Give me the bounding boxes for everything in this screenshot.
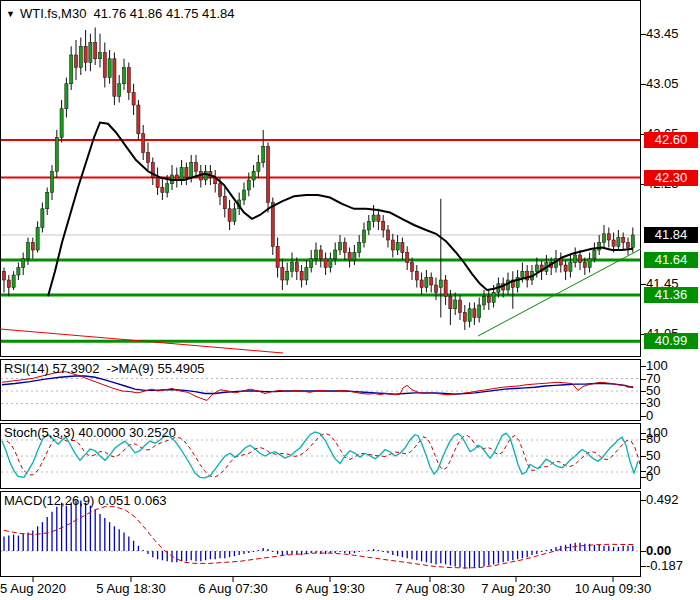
price-axis-label: 0.492 <box>646 492 679 507</box>
axis-tick-mark <box>641 84 646 85</box>
price-badge: 41.36 <box>644 287 698 303</box>
axis-tick-mark <box>641 416 646 417</box>
price-badge: 42.30 <box>644 170 698 186</box>
axis-tick-mark <box>641 566 646 567</box>
macd-indicator-label: MACD(12,26,9) 0.051 0.063 <box>4 493 167 508</box>
stoch-indicator-label: Stoch(5,3,3) 40.0000 30.2520 <box>4 425 176 440</box>
price-axis-label: 43.05 <box>646 76 679 91</box>
chart-title: ▼WTI.fs,M30 41.76 41.86 41.75 41.84 <box>6 6 235 21</box>
price-badge: 40.99 <box>644 333 698 349</box>
symbol-period-label: WTI.fs,M30 <box>20 6 86 21</box>
ohlc-quote-label: 41.76 41.86 41.75 41.84 <box>94 6 235 21</box>
axis-tick-mark <box>641 551 646 552</box>
price-badge: 41.64 <box>644 252 698 268</box>
price-axis-label: 0 <box>646 408 653 423</box>
main-chart-panel[interactable] <box>0 0 641 357</box>
price-axis-label: 0 <box>646 469 653 484</box>
date-axis-label: 6 Aug 07:30 <box>198 581 267 596</box>
price-axis-label: 43.45 <box>646 26 679 41</box>
date-axis-label: 7 Aug 08:30 <box>395 581 464 596</box>
axis-tick-mark <box>641 439 646 440</box>
axis-tick-mark <box>641 391 646 392</box>
date-axis-label: 5 Aug 2020 <box>0 581 66 596</box>
price-axis-label: 50 <box>646 448 660 463</box>
axis-tick-mark <box>641 284 646 285</box>
price-axis-label: -0.187 <box>646 558 683 573</box>
symbol-dropdown-icon[interactable]: ▼ <box>6 9 15 19</box>
date-axis-label: 10 Aug 09:30 <box>575 581 652 596</box>
price-axis-label: 0.00 <box>646 543 671 558</box>
price-badge: 42.60 <box>644 132 698 148</box>
rsi-indicator-label: RSI(14) 57.3902 ->MA(9) 55.4905 <box>4 361 205 376</box>
date-axis-label: 7 Aug 20:30 <box>481 581 550 596</box>
axis-tick-mark <box>641 34 646 35</box>
axis-tick-mark <box>641 366 646 367</box>
price-axis-label: 80 <box>646 431 660 446</box>
price-badge: 41.84 <box>644 227 698 243</box>
axis-tick-mark <box>641 379 646 380</box>
date-axis-label: 5 Aug 18:30 <box>96 581 165 596</box>
trading-chart-window: ▼WTI.fs,M30 41.76 41.86 41.75 41.84 RSI(… <box>0 0 700 600</box>
axis-tick-mark <box>641 403 646 404</box>
date-axis-label: 6 Aug 19:30 <box>295 581 364 596</box>
axis-tick-mark <box>641 456 646 457</box>
axis-tick-mark <box>641 500 646 501</box>
axis-tick-mark <box>641 477 646 478</box>
